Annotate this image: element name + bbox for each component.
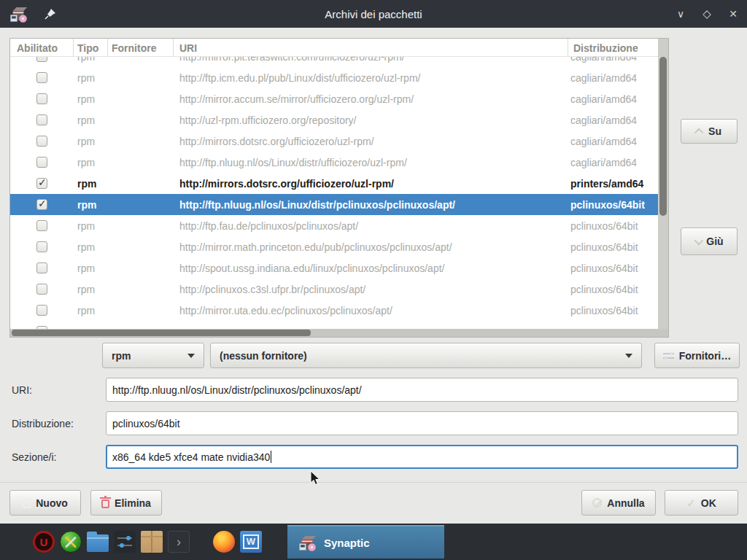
control-center-icon[interactable]: [60, 531, 82, 553]
move-up-button[interactable]: Su: [681, 119, 738, 144]
table-row[interactable]: rpm http://mirrors.dotsrc.org/ufficiozer…: [10, 131, 658, 152]
uri-label: URI:: [12, 384, 32, 396]
table-row[interactable]: rpm http://mirrors.dotsrc.org/ufficiozer…: [10, 173, 658, 194]
document-icon: [23, 498, 31, 508]
column-header-uri[interactable]: URI: [174, 39, 568, 57]
table-row[interactable]: rpm http://spout.ussg.indiana.edu/linux/…: [10, 257, 658, 279]
pin-icon[interactable]: [44, 7, 57, 20]
vendor-dropdown[interactable]: (nessun fornitore): [210, 343, 642, 368]
column-header-tipo[interactable]: Tipo: [74, 39, 108, 57]
distribution-input[interactable]: pclinuxos/64bit: [106, 411, 738, 435]
ufficiozero-logo-icon[interactable]: U: [33, 531, 55, 553]
titlebar: Archivi dei pacchetti ∨ ◇ ✕: [0, 0, 747, 28]
vertical-scrollbar[interactable]: [658, 39, 668, 330]
column-header-distribuzione[interactable]: Distribuzione: [568, 39, 658, 57]
new-button[interactable]: Nuovo: [9, 490, 81, 516]
chevron-down-icon: [694, 236, 704, 245]
text-caret: [271, 451, 271, 463]
cancel-icon: [592, 498, 602, 508]
table-row[interactable]: rpm http://ftp.nluug.nl/os/Linux/distr/u…: [10, 152, 658, 173]
table-row[interactable]: rpm http://ftp.fau.de/pclinuxos/pclinuxo…: [10, 215, 658, 236]
row-checkbox[interactable]: [36, 284, 47, 295]
row-checkbox[interactable]: [36, 93, 47, 104]
package-box-icon[interactable]: [141, 531, 163, 553]
minimize-icon[interactable]: ∨: [673, 6, 689, 22]
vendors-button[interactable]: Fornitori…: [654, 343, 740, 368]
synaptic-task-icon: [298, 533, 317, 552]
cancel-button[interactable]: Annulla: [581, 490, 656, 516]
chevron-up-icon: [694, 128, 704, 137]
row-checkbox[interactable]: [36, 157, 47, 168]
row-checkbox[interactable]: [36, 136, 47, 147]
column-header-fornitore[interactable]: Fornitore: [108, 39, 174, 57]
type-dropdown[interactable]: rpm: [102, 343, 204, 368]
dropdown-arrow-icon: [625, 354, 632, 358]
table-header: Abilitato Tipo Fornitore URI Distribuzio…: [10, 39, 668, 57]
row-checkbox[interactable]: [36, 57, 47, 62]
ok-button[interactable]: ✓ OK: [665, 490, 738, 516]
row-checkbox[interactable]: [36, 220, 47, 231]
row-checkbox-checked[interactable]: [36, 178, 47, 189]
table-body: rpm http://mirror.pit.teraswitch.com/uff…: [10, 57, 658, 330]
taskbar: U › W Synaptic: [0, 524, 747, 560]
table-row[interactable]: rpm http://mirror.accum.se/mirror/uffici…: [10, 88, 658, 109]
sections-label: Sezione/i:: [12, 451, 56, 463]
maximize-icon[interactable]: ◇: [699, 6, 715, 22]
distribution-label: Distribuzione:: [12, 418, 74, 429]
row-checkbox[interactable]: [36, 262, 47, 273]
horizontal-scrollbar-thumb[interactable]: [12, 330, 311, 336]
column-header-abilitato[interactable]: Abilitato: [10, 39, 74, 57]
table-row-selected[interactable]: rpm http://ftp.nluug.nl/os/Linux/distr/p…: [10, 194, 658, 215]
sections-input[interactable]: x86_64 kde5 xfce4 mate nvidia340: [106, 445, 738, 469]
table-row[interactable]: rpm http://uzl-rpm.ufficiozero.org/repos…: [10, 109, 658, 131]
divider: [0, 482, 747, 483]
firefox-icon[interactable]: [213, 531, 235, 553]
window-title: Archivi dei pacchetti: [0, 8, 747, 20]
delete-button[interactable]: Elimina: [90, 490, 162, 516]
row-checkbox[interactable]: [36, 241, 47, 252]
check-icon: ✓: [686, 497, 696, 510]
mouse-cursor: [310, 470, 320, 486]
taskbar-active-label: Synaptic: [324, 537, 370, 549]
repository-table: Abilitato Tipo Fornitore URI Distribuzio…: [9, 38, 669, 338]
file-manager-icon[interactable]: [87, 534, 109, 552]
dropdown-arrow-icon: [187, 354, 195, 358]
vertical-scrollbar-thumb[interactable]: [659, 57, 667, 216]
taskbar-active-synaptic[interactable]: Synaptic: [287, 525, 444, 559]
table-row[interactable]: rpm http://ftp.icm.edu.pl/pub/Linux/dist…: [10, 67, 658, 88]
terminal-icon[interactable]: ›: [168, 531, 190, 553]
move-down-button[interactable]: Giù: [681, 228, 738, 255]
horizontal-scrollbar[interactable]: [10, 329, 668, 337]
close-icon[interactable]: ✕: [725, 6, 741, 22]
sliders-icon: [663, 351, 674, 360]
table-row[interactable]: rpm http://mirror.math.princeton.edu/pub…: [10, 236, 658, 257]
word-processor-icon[interactable]: W: [240, 531, 262, 553]
table-row[interactable]: rpm http://pclinuxos.c3sl.ufpr.br/pclinu…: [10, 279, 658, 300]
row-checkbox[interactable]: [36, 114, 47, 125]
table-row[interactable]: rpm http://mirror.uta.edu.ec/pclinuxos/p…: [10, 300, 658, 321]
trash-icon: [101, 499, 109, 508]
table-row[interactable]: rpm http://mirror.pit.teraswitch.com/uff…: [10, 57, 658, 67]
row-checkbox[interactable]: [36, 305, 47, 316]
uri-input[interactable]: http://ftp.nluug.nl/os/Linux/distr/pclin…: [106, 378, 738, 402]
settings-sliders-icon[interactable]: [114, 531, 136, 553]
row-checkbox-checked[interactable]: [36, 199, 47, 210]
synaptic-app-icon: [9, 4, 28, 23]
row-checkbox[interactable]: [36, 72, 47, 83]
